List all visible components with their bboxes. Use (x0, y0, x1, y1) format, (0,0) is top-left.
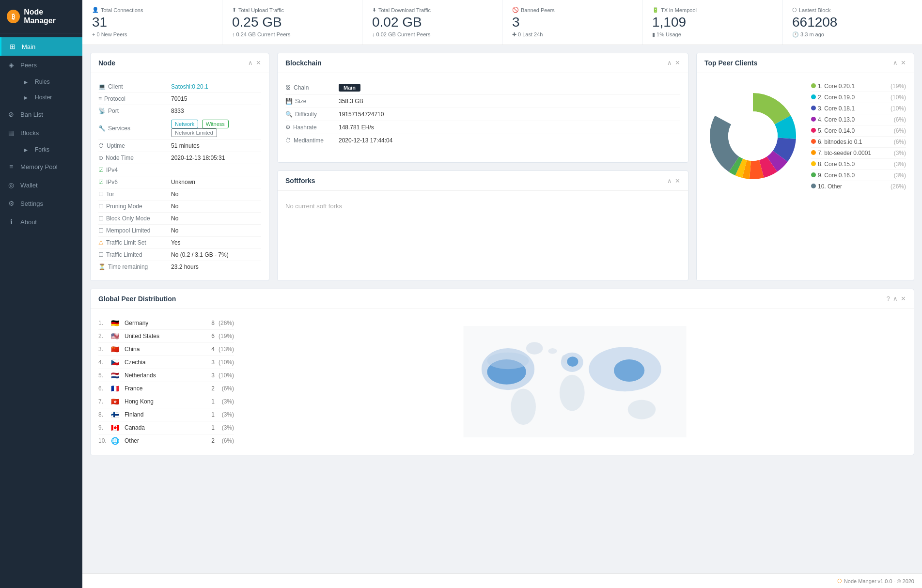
app-logo: ₿ Node Manager (0, 0, 82, 33)
peer-clients-collapse-icon[interactable]: ∧ (893, 59, 898, 66)
row-2: Global Peer Distribution ? ∧ ✕ 1. 🇩🇪 (90, 289, 914, 455)
peer-dist-list: 1. 🇩🇪 Germany 8 (26%) 2. 🇺🇸 United State… (98, 317, 234, 447)
node-field-port: 📡 Port 8333 (98, 105, 261, 117)
protocol-icon: ≡ (98, 95, 102, 102)
peer-clients-controls: ∧ ✕ (893, 59, 906, 66)
blockchain-close-icon[interactable]: ✕ (675, 59, 680, 66)
sidebar-item-hoster[interactable]: ▸ Hoster (15, 90, 82, 105)
sidebar: ₿ Node Manager ⊞ Main ◈ Peers ▸ Rules ▸ … (0, 0, 82, 588)
bc-field-mediantime: ⏱ Mediantime 2020-12-13 17:44:04 (285, 134, 680, 147)
mempool-stat-icon: 🔋 (652, 7, 659, 13)
sidebar-item-forks[interactable]: ▸ Forks (15, 142, 82, 157)
stat-banned-sub: ✚ 0 Last 24h (512, 31, 632, 38)
node-field-trafficlimitset: ⚠ Traffic Limit Set Yes (98, 237, 261, 249)
world-map (244, 317, 906, 447)
list-item: 8. 🇫🇮 Finland 1 (3%) (98, 408, 234, 421)
mempoollimited-value: No (171, 227, 178, 234)
stat-connections-label: 👤 Total Connections (92, 7, 212, 13)
node-close-icon[interactable]: ✕ (256, 59, 261, 66)
sidebar-item-about[interactable]: ℹ About (0, 213, 82, 231)
stat-upload-value: 0.25 GB (232, 15, 352, 30)
footer-btc-icon: ⬡ (837, 578, 842, 584)
sidebar-label-blocks: Blocks (20, 129, 39, 137)
stat-banned-label: 🚫 Banned Peers (512, 7, 632, 13)
timeremaining-icon: ⏳ (98, 263, 106, 270)
sidebar-item-rules[interactable]: ▸ Rules (15, 74, 82, 90)
trafficlimited-icon: ☐ (98, 251, 104, 258)
list-item: 2. 🇺🇸 United States 6 (19%) (98, 330, 234, 343)
sidebar-label-hoster: Hoster (35, 94, 52, 101)
pruning-icon: ☐ (98, 203, 104, 210)
stat-upload-sub: ↑ 0.24 GB Current Peers (232, 31, 352, 37)
trafficlimitset-icon: ⚠ (98, 239, 104, 246)
node-field-tor: ☐ Tor No (98, 188, 261, 201)
sidebar-item-blocks[interactable]: ▦ Blocks (0, 124, 82, 142)
nodetime-icon: ⊙ (98, 155, 103, 161)
port-value: 8333 (171, 108, 184, 114)
node-field-ipv4: ☑ IPv4 (98, 164, 261, 176)
hashrate-icon: ⚙ (285, 124, 291, 131)
stat-upload-label: ⬆ Total Upload Traffic (232, 7, 352, 13)
bc-field-hashrate: ⚙ Hashrate 148.781 EH/s (285, 121, 680, 134)
blockchain-collapse-icon[interactable]: ∧ (667, 59, 672, 66)
sidebar-item-peers[interactable]: ◈ Peers (0, 56, 82, 74)
svg-point-19 (560, 375, 585, 411)
port-icon: 📡 (98, 108, 106, 114)
blockonly-icon: ☐ (98, 215, 104, 222)
stat-download: ⬇ Total Download Traffic 0.02 GB ↓ 0.02 … (362, 0, 502, 45)
global-peer-close-icon[interactable]: ✕ (901, 295, 906, 302)
service-badge-witness: Witness (202, 120, 229, 128)
bc-field-size: 💾 Size 358.3 GB (285, 95, 680, 108)
sidebar-item-wallet[interactable]: ◎ Wallet (0, 176, 82, 194)
stat-lastblock-value: 661208 (792, 15, 912, 30)
stat-lastblock-label: ⬡ Lastest Block (792, 7, 912, 13)
peer-client-list: 1. Core 0.20.1 (19%) 2. Core 0.19.0 (10%… (811, 81, 906, 192)
upload-icon: ⬆ (232, 7, 236, 13)
peer-item: 3. Core 0.18.1 (10%) (811, 103, 906, 114)
node-collapse-icon[interactable]: ∧ (248, 59, 253, 66)
service-badge-limited: Network Limited (171, 128, 217, 137)
node-card-controls: ∧ ✕ (248, 59, 261, 66)
svg-point-22 (628, 400, 656, 419)
banned-icon: 🚫 (512, 7, 519, 13)
chart-container: 1. Core 0.20.1 (19%) 2. Core 0.19.0 (10%… (704, 81, 906, 192)
peer-item: 10. Other (26%) (811, 181, 906, 192)
list-item: 9. 🇨🇦 Canada 1 (3%) (98, 421, 234, 434)
flag-us: 🇺🇸 (109, 332, 121, 340)
rules-icon: ▸ (21, 77, 30, 86)
peer-clients-close-icon[interactable]: ✕ (901, 59, 906, 66)
global-peer-header: Global Peer Distribution ? ∧ ✕ (91, 289, 914, 309)
about-icon: ℹ (7, 217, 16, 226)
node-field-uptime: ⏱ Uptime 51 minutes (98, 140, 261, 152)
sidebar-item-banlist[interactable]: ⊘ Ban List (0, 105, 82, 124)
softforks-close-icon[interactable]: ✕ (675, 177, 680, 185)
node-field-ipv6: ☑ IPv6 Unknown (98, 176, 261, 188)
sidebar-item-main[interactable]: ⊞ Main (0, 37, 82, 56)
global-peer-collapse-icon[interactable]: ∧ (893, 295, 898, 302)
chain-badge: Main (339, 84, 360, 92)
mempoollimited-icon: ☐ (98, 227, 104, 234)
sidebar-label-banlist: Ban List (20, 111, 43, 118)
softforks-card: Softforks ∧ ✕ No current soft forks (277, 170, 688, 281)
node-field-blockonly: ☐ Block Only Mode No (98, 213, 261, 225)
blockchain-card-body: ⛓ Chain Main 💾 Size 358.3 GB 🔍 Difficult… (278, 73, 688, 155)
stat-mempool: 🔋 TX in Mempool 1,109 ▮ 1% Usage (642, 0, 782, 45)
svg-point-24 (548, 348, 557, 354)
tor-icon: ☐ (98, 191, 104, 198)
global-peer-body: 1. 🇩🇪 Germany 8 (26%) 2. 🇺🇸 United State… (91, 309, 914, 455)
app-footer: ⬡ Node Manger v1.0.0 - © 2020 (82, 573, 922, 588)
tor-value: No (171, 191, 178, 198)
stat-connections-value: 31 (92, 15, 212, 30)
softforks-collapse-icon[interactable]: ∧ (667, 177, 672, 185)
node-field-nodetime: ⊙ Node Time 2020-12-13 18:05:31 (98, 152, 261, 164)
sidebar-item-mempool[interactable]: ≡ Memory Pool (0, 157, 82, 176)
global-peer-controls: ? ∧ ✕ (887, 295, 906, 302)
stat-connections-sub: + 0 New Peers (92, 31, 212, 37)
global-peer-help-icon[interactable]: ? (887, 295, 890, 302)
blockchain-card-header: Blockchain ∧ ✕ (278, 53, 688, 73)
sidebar-item-settings[interactable]: ⚙ Settings (0, 194, 82, 213)
stat-banned-value: 3 (512, 15, 632, 30)
size-icon: 💾 (285, 98, 293, 105)
blocks-subnav: ▸ Forks (0, 142, 82, 157)
connections-icon: 👤 (92, 7, 99, 13)
